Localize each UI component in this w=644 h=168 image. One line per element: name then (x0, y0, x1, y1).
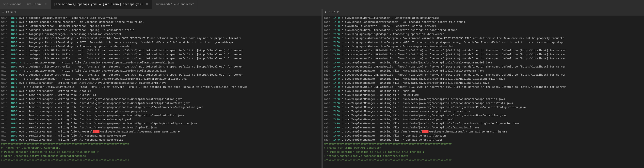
log-level: INFO (11, 105, 19, 109)
log-message-text: o.o.c.DefaultGenerator - OpenAPI Generat… (19, 24, 320, 28)
log-thread: main (1, 24, 10, 28)
log-thread: main (324, 109, 333, 113)
log-thread: main (324, 97, 333, 101)
log-line: main INFO o.o.c.codegen.utils.URLPathUti… (0, 53, 321, 57)
log-thread: main (324, 126, 333, 130)
log-thread: main (1, 130, 10, 134)
download-icon[interactable]: ⬇ (325, 10, 327, 14)
tab-tab2[interactable]: [src_windows] openapi.yaml — [src_linux]… (51, 0, 152, 9)
log-thread: main (1, 93, 10, 97)
log-message-text: o.o.c.codegen.utils.URLPathUtils - 'host… (23, 85, 320, 89)
log-thread: main (324, 101, 333, 105)
log-message-text: o.o.c.TemplateManager - writing file .\s… (19, 122, 320, 126)
log-thread: main (324, 20, 333, 24)
tab-label: [src_windows] openapi.yaml — [src_linux]… (54, 3, 143, 6)
log-thread: main (324, 77, 333, 81)
log-level: INFO (11, 85, 19, 89)
log-message-text: o.o.c.codegen.utils.URLPathUtils - 'host… (19, 57, 320, 61)
log-content[interactable]: main INFO o.o.c.codegen.DefaultGenerator… (0, 15, 321, 168)
log-level: INFO (333, 36, 342, 40)
log-message-text: o.o.c.TemplateManager - writing file ./s… (342, 97, 643, 101)
log-message-text: o.o.c.languages.AbstractJavaCodegen - NO… (342, 40, 643, 44)
log-message-text: o.o.c.TemplateManager - writing file ./s… (342, 126, 643, 130)
log-thread: main (1, 122, 10, 126)
log-content[interactable]: main INFO o.o.c.codegen.DefaultGenerator… (323, 15, 644, 168)
log-line: main INFO o.o.c.codegen.DefaultGenerator… (323, 16, 644, 20)
log-thread: main (1, 134, 10, 138)
log-thread: main (324, 73, 333, 77)
log-thread: main (324, 117, 333, 122)
redacted-text: ████ (422, 130, 429, 133)
diff-arrow-right: → (19, 69, 23, 73)
download-icon[interactable]: ⬇ (2, 10, 4, 14)
log-line: ########################################… (323, 158, 644, 162)
log-line: ########################################… (323, 142, 644, 146)
log-line: main INFO o.o.c.TemplateManager - writin… (323, 61, 644, 65)
tab-tab3[interactable]: <unnamed>* — <unnamed>* (152, 0, 197, 9)
log-message-text: o.o.c.TemplateManager - writing file ./.… (342, 138, 643, 142)
log-thread: main (324, 53, 333, 57)
panel-toolbar: ⬇File 2 (323, 9, 644, 15)
log-level: INFO (333, 89, 342, 93)
log-message-text: o.o.c.TemplateManager - writing file .\s… (19, 117, 320, 122)
log-level: INFO (333, 24, 342, 28)
log-message-text: o.o.c.TemplateManager - writing file .\p… (19, 89, 320, 93)
log-message-text: o.o.c.ignore.CodegenIgnoreProcessor - No… (342, 20, 643, 24)
log-line: main INFO o.o.c.TemplateManager - writin… (0, 134, 321, 138)
log-thread: main (1, 36, 10, 40)
log-message-text: o.o.c.codegen.DefaultGenerator - Generat… (342, 16, 643, 20)
log-line: main INFO o.o.c.TemplateManager - writin… (323, 117, 644, 122)
log-message-text: o.o.c.TemplateManager - writing file ./R… (342, 93, 643, 97)
log-line: # Please consider donation to help us ma… (0, 150, 321, 154)
log-message: ########################################… (324, 142, 452, 146)
log-message: # Thanks for using OpenAPI Generator. (1, 146, 60, 150)
log-line: main INFO → o.o.c.TemplateManager - writ… (0, 61, 321, 65)
tab-close-icon[interactable]: × (145, 2, 149, 6)
log-line: main INFO o.o.c.languages.SpringCodegen … (323, 32, 644, 36)
log-level: INFO (11, 16, 19, 20)
log-line: main INFO o.o.c.TemplateManager - writin… (323, 77, 644, 81)
log-line: main INFO o.o.c.TemplateManager - writin… (0, 97, 321, 101)
log-level: INFO (11, 134, 19, 138)
log-thread: main (324, 57, 333, 61)
log-message-text: o.o.c.languages.AbstractJavaCodegen - Pr… (19, 44, 320, 48)
log-level: INFO (333, 134, 342, 138)
log-line: main INFO o.o.c.TemplateManager - writin… (323, 113, 644, 117)
log-level: INFO (333, 97, 342, 101)
log-message-text: o.o.c.TemplateManager - writing file .\s… (19, 81, 320, 85)
log-level: INFO (333, 130, 342, 134)
log-level: INFO (11, 73, 19, 77)
log-level: INFO (11, 61, 19, 65)
log-line: main INFO o.o.c.TemplateManager - writin… (323, 105, 644, 109)
log-thread: main (1, 89, 10, 93)
log-level: INFO (11, 77, 19, 81)
log-line: main INFO o.o.c.ignore.CodegenIgnoreProc… (323, 20, 644, 24)
log-level: INFO (333, 73, 342, 77)
log-line: # Thanks for using OpenAPI Generator. (323, 146, 644, 150)
log-line: main INFO o.o.c.TemplateManager - writin… (0, 138, 321, 142)
log-line: main INFO o.o.c.TemplateManager - writin… (323, 134, 644, 138)
panel-toolbar: ⬇File 1 (0, 9, 321, 15)
log-thread: main (324, 122, 333, 126)
tab-tab1[interactable]: src_windows : src_linux× (0, 0, 51, 9)
log-message-text: o.o.c.languages.AbstractJavaCodegen - Pr… (342, 44, 643, 48)
diff-arrow-right: → (19, 85, 23, 89)
tab-close-icon[interactable]: × (44, 2, 48, 6)
log-message-text: o.o.c.codegen.DefaultGenerator - Generat… (19, 28, 320, 32)
log-thread: main (1, 105, 10, 109)
log-message-text: o.o.c.DefaultGenerator - OpenAPI Generat… (342, 24, 643, 28)
log-line: # https://opencollective.com/openapi_gen… (323, 154, 644, 158)
log-message-text: o.o.c.TemplateManager - writing file .\R… (19, 93, 320, 97)
log-line: main INFO o.o.c.TemplateManager - writin… (0, 101, 321, 105)
log-thread: main (324, 130, 333, 134)
log-line: main INFO o.o.c.languages.AbstractJavaCo… (0, 44, 321, 48)
log-thread: main (324, 61, 333, 65)
log-message-text: o.o.c.TemplateManager - writing file ./.… (342, 134, 643, 138)
log-message-text: o.o.c.TemplateManager - writing file ./s… (342, 101, 643, 105)
log-line: main INFO o.o.c.codegen.DefaultGenerator… (0, 16, 321, 20)
log-message: ########################################… (1, 142, 129, 146)
log-thread: main (1, 44, 10, 48)
log-level: INFO (11, 20, 19, 24)
log-thread: main (1, 101, 10, 105)
log-line: main INFO o.o.c.codegen.utils.URLPathUti… (0, 57, 321, 61)
